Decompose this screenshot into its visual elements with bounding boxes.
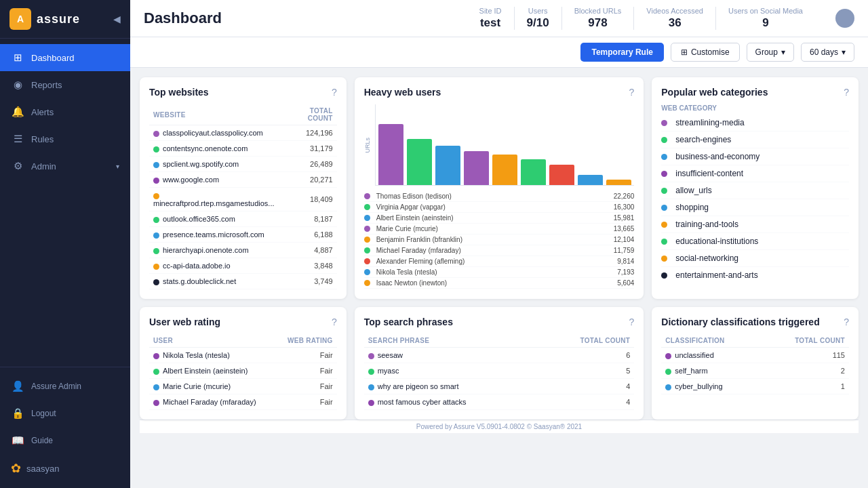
col-category: WEB CATEGORY [661,104,849,112]
sidebar-user-label: Assure Admin [31,382,81,391]
stat-siteid-label: Site ID [479,7,502,15]
chart-bar [378,124,403,185]
table-row: why are pigeon so smart4 [364,379,635,394]
table-row: seesaw6 [364,348,635,363]
table-row: spclient.wg.spotify.com26,489 [149,157,337,172]
dashboard-grid: Top websites ? WEBSITE TOTAL COUNT class… [140,77,859,420]
temporary-rule-button[interactable]: Temporary Rule [580,43,663,62]
sidebar-item-label: Rules [31,134,54,144]
sidebar-collapse-button[interactable]: ◀ [113,14,121,24]
top-websites-card: Top websites ? WEBSITE TOTAL COUNT class… [140,77,347,299]
stat-siteid-value: test [479,16,502,30]
sidebar-item-rules[interactable]: ☰ Rules [0,125,130,152]
list-item: Thomas Edison (tedison)22,260 [364,191,635,202]
col-count: TOTAL COUNT [762,334,849,348]
chart-bar [492,155,517,185]
sidebar-item-label: Admin [31,161,56,171]
popular-categories-title: Popular web categories [661,87,768,98]
table-row: hierarchyapi.onenote.com4,887 [149,243,337,258]
user-web-rating-header: User web rating ? [149,317,337,327]
top-search-phrases-title: Top search phrases [364,317,453,327]
chevron-down-icon: ▾ [842,47,846,57]
user-icon: 👤 [11,380,24,392]
help-icon[interactable]: ? [332,317,337,327]
col-website: WEBSITE [149,104,285,125]
stat-users: Users 9/10 [515,7,562,30]
list-item: Michael Faraday (mfaraday)11,759 [364,245,635,256]
table-row: Marie Curie (mcurie)Fair [149,379,337,394]
chevron-down-icon: ▾ [781,47,785,57]
user-web-rating-card: User web rating ? USER WEB RATING Nikola… [140,307,347,420]
sidebar-item-dashboard[interactable]: ⊞ Dashboard [0,44,130,71]
sidebar-item-logout[interactable]: 🔒 Logout [0,400,130,427]
stat-social-value: 9 [728,16,803,30]
help-icon[interactable]: ? [844,317,849,327]
chart-bar [435,146,460,185]
top-websites-title: Top websites [149,87,209,98]
chart-bar [521,159,546,185]
footer: Powered by Assure V5.0901-4.0802 © Saasy… [140,420,859,433]
customise-button[interactable]: ⊞ Customise [671,43,740,62]
help-icon[interactable]: ? [332,87,337,98]
footer-text: Powered by Assure V5.0901-4.0802 © Saasy… [416,423,582,430]
avatar-area [835,9,854,28]
list-item: Virginia Apgar (vapgar)16,300 [364,202,635,213]
sidebar-item-label: Alerts [31,107,54,117]
help-icon[interactable]: ? [844,87,849,98]
popular-categories-header: Popular web categories ? [661,87,849,98]
list-item: shopping [661,199,849,216]
customise-icon: ⊞ [681,47,688,57]
days-label: 60 days [810,47,838,57]
list-item: search-engines [661,131,849,148]
chevron-down-icon: ▾ [116,163,119,170]
customise-label: Customise [691,47,730,57]
table-row: unclassified115 [661,348,849,363]
user-web-rating-title: User web rating [149,317,220,327]
stat-siteid: Site ID test [467,7,515,30]
table-row: www.google.com20,271 [149,172,337,188]
avatar [835,9,854,28]
list-item: Marie Curie (mcurie)13,665 [364,224,635,235]
col-count: TOTAL COUNT [285,104,337,125]
list-item: business-and-economy [661,148,849,165]
list-item: Benjamin Franklin (bfranklin)12,104 [364,235,635,245]
dictionary-classifications-card: Dictionary classifications triggered ? C… [652,307,859,420]
group-dropdown[interactable]: Group ▾ [747,43,794,62]
chart-bar [549,165,574,185]
sidebar-item-guide[interactable]: 📖 Guide [0,427,130,454]
sidebar: A assure ◀ ⊞ Dashboard ◉ Reports 🔔 Alert… [0,0,130,488]
toolbar: Temporary Rule ⊞ Customise Group ▾ 60 da… [130,37,868,68]
dashboard-body: Top websites ? WEBSITE TOTAL COUNT class… [130,68,868,488]
header: Dashboard Site ID test Users 9/10 Blocke… [130,0,868,37]
logout-icon: 🔒 [11,407,24,420]
logo-icon: A [9,8,31,30]
table-row: contentsync.onenote.com31,179 [149,141,337,157]
list-item: Alexander Fleming (afleming)9,814 [364,256,635,267]
stat-blocked-value: 978 [574,16,622,30]
sidebar-guide-label: Guide [31,436,53,445]
dashboard-icon: ⊞ [11,52,24,64]
col-phrase: SEARCH PHRASE [364,334,539,348]
help-icon[interactable]: ? [629,317,634,327]
top-search-phrases-table: SEARCH PHRASE TOTAL COUNT seesaw6myasc5w… [364,334,635,410]
sidebar-nav: ⊞ Dashboard ◉ Reports 🔔 Alerts ☰ Rules ⚙… [0,39,130,367]
table-row: self_harm2 [661,363,849,379]
top-search-phrases-card: Top search phrases ? SEARCH PHRASE TOTAL… [355,307,644,420]
help-icon[interactable]: ? [629,87,634,98]
table-row: Michael Faraday (mfaraday)Fair [149,394,337,410]
sidebar-item-user[interactable]: 👤 Assure Admin [0,373,130,400]
stat-social-label: Users on Social Media [728,7,803,15]
dictionary-classifications-header: Dictionary classifications triggered ? [661,317,849,327]
table-row: cyber_bullying1 [661,379,849,394]
page-title: Dashboard [144,9,222,27]
admin-icon: ⚙ [11,160,24,172]
dictionary-classifications-table: CLASSIFICATION TOTAL COUNT unclassified1… [661,334,849,394]
header-stats: Site ID test Users 9/10 Blocked URLs 978… [467,7,815,30]
sidebar-item-admin[interactable]: ⚙ Admin ▾ [0,152,130,180]
days-dropdown[interactable]: 60 days ▾ [801,43,854,62]
top-websites-table: WEBSITE TOTAL COUNT classpolicyaut.class… [149,104,337,289]
sidebar-item-alerts[interactable]: 🔔 Alerts [0,98,130,125]
sidebar-item-reports[interactable]: ◉ Reports [0,71,130,98]
table-row: stats.g.doubleclick.net3,749 [149,274,337,289]
col-rating: WEB RATING [276,334,337,348]
